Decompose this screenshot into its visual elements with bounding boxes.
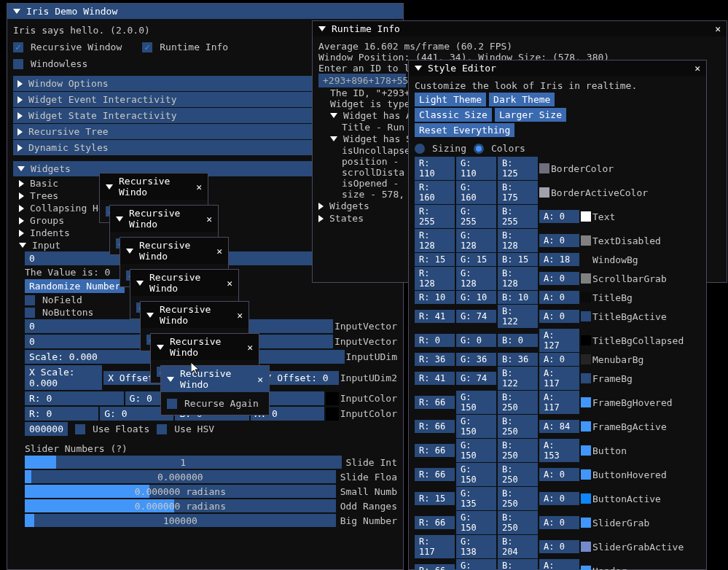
input-a[interactable]: A: 117: [539, 367, 579, 390]
input-g[interactable]: G: 110: [456, 157, 496, 180]
input-g[interactable]: G: 15: [456, 253, 496, 266]
input-a[interactable]: A: 0: [539, 492, 579, 505]
input-a[interactable]: A: 0: [539, 272, 579, 285]
slider-2[interactable]: 0.000000 radians: [25, 485, 336, 498]
input-r[interactable]: R: 36: [415, 353, 455, 366]
input-hex[interactable]: 000000: [25, 422, 68, 436]
collapse-icon[interactable]: [146, 313, 154, 318]
input-r[interactable]: R: 0: [415, 334, 455, 347]
recursive-titlebar[interactable]: Recursive Windo✕: [141, 302, 248, 328]
input-b[interactable]: B: 128: [498, 229, 538, 252]
input-r[interactable]: R: 128: [415, 267, 455, 290]
checkbox-use-hsv[interactable]: [157, 424, 167, 434]
reset-everything-button[interactable]: Reset Everything: [415, 123, 514, 137]
color-swatch[interactable]: [539, 187, 549, 198]
color-swatch[interactable]: [581, 292, 591, 302]
checkbox-nobuttons[interactable]: [25, 308, 35, 318]
input-b[interactable]: B: 125: [498, 157, 538, 180]
input-g[interactable]: G: 150: [456, 559, 496, 570]
color4-swatch[interactable]: [326, 407, 339, 421]
input-r[interactable]: R: 15: [415, 253, 455, 266]
input-g[interactable]: G: 128: [456, 267, 496, 290]
close-icon[interactable]: ✕: [715, 23, 721, 34]
input-r[interactable]: R: 41: [415, 310, 455, 323]
color-swatch[interactable]: [581, 542, 591, 552]
collapse-icon[interactable]: [126, 249, 133, 254]
input-r[interactable]: R: 66: [415, 564, 455, 570]
runtime-titlebar[interactable]: Runtime Info ✕: [313, 21, 727, 36]
checkbox-runtime-info[interactable]: [142, 42, 152, 52]
input-g[interactable]: G: 10: [456, 291, 496, 304]
collapse-icon[interactable]: [13, 9, 20, 14]
input-g[interactable]: G: 150: [456, 511, 496, 534]
collapse-icon[interactable]: [136, 281, 144, 286]
dark-theme-button[interactable]: Dark Theme: [489, 93, 555, 106]
input-g[interactable]: G: 160: [456, 181, 496, 204]
input-udim2-xscale[interactable]: X Scale: 0.000: [25, 365, 102, 390]
input-a[interactable]: A: 0: [539, 468, 579, 481]
color-swatch[interactable]: [581, 445, 591, 456]
input-b[interactable]: B: 175: [498, 181, 538, 204]
close-icon[interactable]: ✕: [694, 63, 700, 74]
slider-4[interactable]: 100000: [25, 514, 336, 527]
input-g[interactable]: G: 150: [456, 463, 496, 486]
close-icon[interactable]: ✕: [257, 374, 263, 385]
input-a[interactable]: A: 175: [539, 559, 579, 570]
input-r[interactable]: R: 66: [415, 444, 455, 457]
input-g[interactable]: G: 255: [456, 205, 496, 228]
color-swatch[interactable]: [581, 335, 591, 345]
slider-0[interactable]: 1: [25, 456, 342, 469]
input-a[interactable]: A: 18: [539, 253, 579, 266]
input-a[interactable]: A: 0: [539, 310, 579, 323]
input-b[interactable]: B: 15: [498, 253, 538, 266]
color-swatch[interactable]: [581, 518, 591, 528]
collapse-icon[interactable]: [157, 345, 164, 350]
input-r[interactable]: R: 66: [415, 396, 455, 409]
input-b[interactable]: B: 122: [498, 305, 538, 328]
collapse-icon[interactable]: [106, 184, 113, 190]
input-g[interactable]: G: 135: [456, 487, 496, 510]
color-swatch[interactable]: [581, 469, 591, 480]
color-swatch[interactable]: [581, 254, 591, 265]
input-udim2-yoffset[interactable]: Y Offset: 0: [262, 371, 339, 385]
input-color3-r[interactable]: R: 0: [25, 391, 124, 405]
color-swatch[interactable]: [581, 354, 591, 364]
input-r[interactable]: R: 255: [415, 205, 455, 228]
color-swatch[interactable]: [581, 211, 591, 222]
input-r[interactable]: R: 66: [415, 468, 455, 481]
input-r[interactable]: R: 128: [415, 229, 455, 252]
input-r[interactable]: R: 117: [415, 535, 455, 558]
recursive-titlebar[interactable]: Recursive Windo✕: [100, 173, 208, 200]
input-a[interactable]: A: 0: [539, 210, 579, 223]
input-b[interactable]: B: 204: [498, 535, 538, 558]
input-g[interactable]: G: 150: [456, 415, 496, 438]
input-a[interactable]: A: 84: [539, 420, 579, 433]
color-swatch[interactable]: [581, 421, 591, 432]
color-swatch[interactable]: [581, 566, 591, 570]
input-g[interactable]: G: 138: [456, 535, 496, 558]
input-b[interactable]: B: 250: [498, 559, 538, 570]
close-icon[interactable]: ✕: [247, 342, 253, 353]
checkbox-recursive-window[interactable]: [13, 42, 23, 52]
input-b[interactable]: B: 250: [498, 439, 538, 462]
color3-swatch[interactable]: [326, 392, 339, 405]
recursive-titlebar[interactable]: Recursive Windo✕: [120, 238, 228, 264]
input-g[interactable]: G: 74: [456, 372, 496, 385]
input-g[interactable]: G: 128: [456, 229, 496, 252]
slider-1[interactable]: 0.000000: [25, 470, 336, 483]
input-r[interactable]: R: 110: [415, 157, 455, 180]
input-a[interactable]: A: 127: [539, 329, 579, 352]
radio-sizing[interactable]: [415, 144, 425, 154]
input-b[interactable]: B: 128: [498, 267, 538, 290]
color-swatch[interactable]: [539, 163, 549, 173]
demo-titlebar[interactable]: Iris Demo Window: [7, 4, 403, 19]
checkbox-windowless[interactable]: [13, 59, 23, 69]
input-a[interactable]: A: 0: [539, 540, 579, 553]
color-swatch[interactable]: [581, 235, 591, 246]
collapse-icon[interactable]: [116, 216, 123, 222]
larger-size-button[interactable]: Larger Size: [495, 108, 566, 122]
input-b[interactable]: B: 250: [498, 391, 538, 414]
collapse-icon[interactable]: [318, 26, 326, 31]
recursive-titlebar[interactable]: Recursive Windo✕: [110, 206, 218, 232]
input-a[interactable]: A: 0: [539, 291, 579, 304]
